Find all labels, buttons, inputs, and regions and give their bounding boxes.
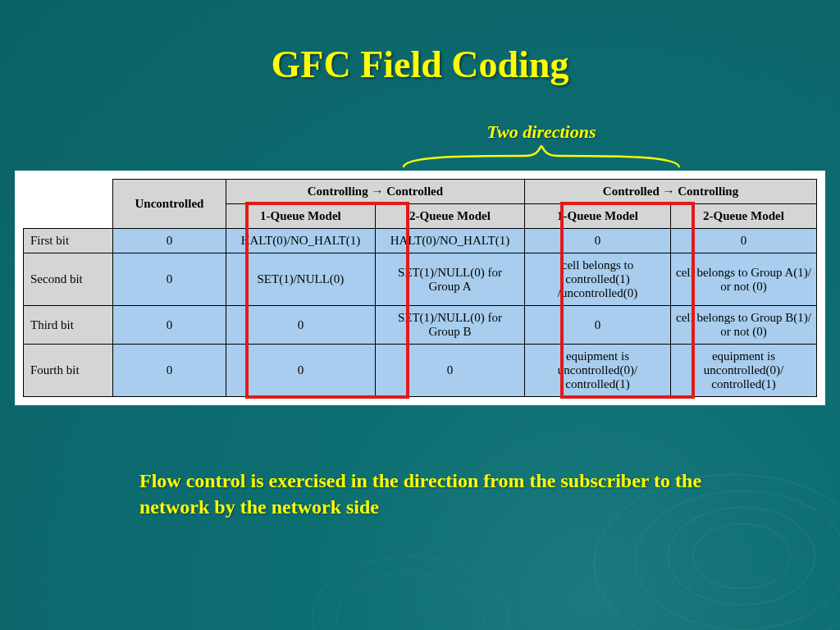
header-uncontrolled: Uncontrolled — [113, 180, 226, 229]
header-d2-2queue: 2-Queue Model — [670, 204, 816, 229]
cell: SET(1)/NULL(0) — [226, 253, 375, 306]
header-blank — [24, 180, 113, 229]
brace-label: Two directions — [402, 121, 681, 143]
cell: SET(1)/NULL(0) for Group A — [375, 253, 524, 306]
header-direction-2: Controlled → Controlling — [525, 180, 817, 204]
header-d2-1queue: 1-Queue Model — [525, 204, 671, 229]
cell: 0 — [226, 306, 375, 345]
cell: HALT(0)/NO_HALT(1) — [226, 229, 375, 253]
cell: cell belongs to Group B(1)/ or not (0) — [670, 306, 816, 345]
decorative-ripple — [692, 523, 791, 589]
cell: HALT(0)/NO_HALT(1) — [375, 229, 524, 253]
cell: equipment is uncontrolled(0)/ controlled… — [525, 345, 671, 397]
cell: cell belongs to Group A(1)/ or not (0) — [670, 253, 816, 306]
cell: cell belongs to controlled(1) /uncontrol… — [525, 253, 671, 306]
cell: 0 — [525, 306, 671, 345]
table-panel: Uncontrolled Controlling → Controlled Co… — [15, 171, 825, 405]
cell: 0 — [226, 345, 375, 397]
cell: 0 — [113, 345, 226, 397]
cell: 0 — [525, 229, 671, 253]
row-label: Third bit — [24, 306, 113, 345]
header-d1-2queue: 2-Queue Model — [375, 204, 524, 229]
row-label: Fourth bit — [24, 345, 113, 397]
table-row: First bit 0 HALT(0)/NO_HALT(1) HALT(0)/N… — [24, 229, 817, 253]
cell: SET(1)/NULL(0) for Group B — [375, 306, 524, 345]
table-row: Third bit 0 0 SET(1)/NULL(0) for Group B… — [24, 306, 817, 345]
header-d1-1queue: 1-Queue Model — [226, 204, 375, 229]
table-row: Second bit 0 SET(1)/NULL(0) SET(1)/NULL(… — [24, 253, 817, 306]
cell: 0 — [113, 306, 226, 345]
row-label: Second bit — [24, 253, 113, 306]
gfc-table: Uncontrolled Controlling → Controlled Co… — [23, 179, 817, 397]
row-label: First bit — [24, 229, 113, 253]
brace-icon — [402, 144, 681, 169]
cell: 0 — [113, 253, 226, 306]
slide-title: GFC Field Coding — [0, 43, 840, 86]
cell: 0 — [375, 345, 524, 397]
slide-caption: Flow control is exercised in the directi… — [139, 468, 714, 521]
cell: 0 — [670, 229, 816, 253]
table-row: Fourth bit 0 0 0 equipment is uncontroll… — [24, 345, 817, 397]
header-direction-1: Controlling → Controlled — [226, 180, 524, 204]
cell: 0 — [113, 229, 226, 253]
cell: equipment is uncontrolled(0)/ controlled… — [670, 345, 816, 397]
